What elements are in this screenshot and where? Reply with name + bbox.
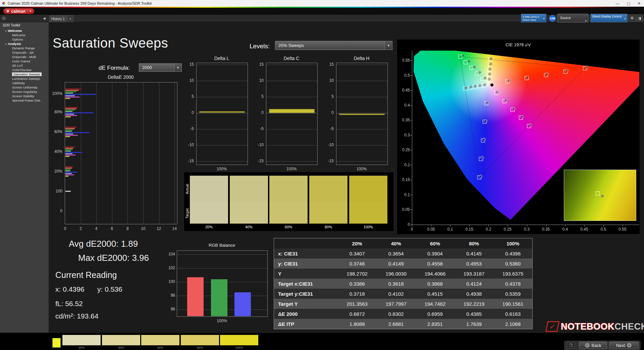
back-button[interactable]: ‹ Back (579, 342, 607, 349)
axis-tick (410, 105, 412, 106)
delta-l-xlabel: 100% (196, 167, 247, 171)
rgb-balance-chart: 1041021009896 (177, 250, 268, 317)
x-tick-label: 0.05 (424, 227, 438, 232)
table-cell: 0.4124 (454, 279, 493, 289)
x-tick-label: 0.4 (558, 227, 573, 232)
sidebar-item-screen-uniformity[interactable]: Screen Uniformity (0, 85, 49, 90)
chevron-down-icon: ▼ (624, 17, 626, 21)
deltae-bar (65, 128, 75, 129)
display-control-button[interactable]: Direct Display Control ▼ (590, 14, 628, 22)
axis-tick (410, 75, 412, 76)
sidebar-item-luminance-sweeps[interactable]: Luminance Sweeps (0, 76, 49, 81)
y-tick-label: 100 (164, 279, 175, 284)
sidebar-item-analysis[interactable]: ▾Analysis (0, 42, 49, 46)
table-row: ΔE ITP1.80882.66812.83511.76392.1088 (274, 319, 533, 329)
sidebar-item-spectral-power-dist[interactable]: Spectral Power Dist. (0, 98, 49, 103)
target-swatch (309, 202, 347, 224)
x-tick-label: 0.55 (615, 227, 630, 232)
axis-tick (410, 195, 412, 195)
sidebar-item-colorchecker[interactable]: ColorChecker (0, 68, 49, 72)
sidebar-item-color-gamut[interactable]: Color Gamut (0, 59, 49, 63)
page-title: Saturation Sweeps (53, 36, 168, 51)
table-row: Target x:CIE310.33860.36180.38680.41240.… (274, 279, 533, 289)
levels-dropdown[interactable]: 20% Sweeps ▼ (275, 41, 392, 50)
target-row-label: Target (185, 204, 189, 223)
bottom-patch-4[interactable] (181, 335, 219, 345)
y-tick-label: 0.25 (397, 148, 410, 152)
deltae-bar (65, 90, 79, 91)
target-swatch (190, 202, 228, 224)
actual-swatch (190, 176, 228, 202)
sidebar-item-welcome[interactable]: ▾Welcome (0, 28, 49, 33)
table-cell: 0.4102 (377, 289, 416, 299)
bottom-patch-1[interactable] (62, 335, 101, 345)
sidebar-item-grayscale-2pt[interactable]: Grayscale - 2pt (0, 50, 49, 55)
gridline (177, 254, 267, 255)
sidebar-pin-icon[interactable]: • (2, 16, 6, 20)
table-cell: 0.3654 (377, 248, 416, 258)
measured-point (507, 79, 511, 82)
target-swatch (230, 202, 268, 224)
table-cell: 0.8302 (377, 309, 416, 319)
sidebar-item-3d-lut[interactable]: 3D LUT (0, 63, 49, 68)
deltae-bar (65, 112, 94, 113)
window-layout-button[interactable]: ❐ (567, 342, 575, 348)
chevron-down-icon[interactable]: ▼ (385, 41, 392, 50)
sidebar-item-screen-stability[interactable]: Screen Stability (0, 94, 49, 98)
y-tick-label: 0.05 (397, 207, 410, 212)
source-button[interactable]: Source ▼ (557, 14, 588, 22)
notebookcheck-icon: ✓ (545, 321, 560, 332)
x-tick-label: 6 (107, 226, 117, 231)
table-cell: 193.6375 (493, 269, 532, 279)
table-col-header: 60% (416, 238, 454, 249)
deltae-bar (65, 97, 79, 98)
minimize-button[interactable]: — (615, 1, 619, 5)
sidebar-item-additivity[interactable]: Additivity (0, 81, 49, 85)
sidebar-item-options[interactable]: Options (0, 37, 49, 42)
deltae-bar (65, 115, 77, 116)
swatch-level-label: 100% (349, 225, 387, 229)
current-y: y: 0.536 (97, 285, 122, 293)
y-tick-label: 10 (182, 78, 194, 83)
notebookcheck-watermark: ✓ NOTEBOOKCHECK (546, 321, 644, 332)
table-cell: 0.3618 (377, 279, 416, 289)
table-row-label: y: CIE31 (274, 258, 338, 269)
next-button[interactable]: Next › (609, 342, 639, 349)
maximize-button[interactable]: ▢ (627, 1, 630, 6)
chevron-down-icon[interactable]: ▼ (174, 64, 181, 71)
bottom-patch-3[interactable] (141, 335, 179, 345)
x-tick-label: 0.45 (577, 227, 592, 232)
de-formula-dropdown[interactable]: 2000 ▼ (139, 63, 182, 72)
sidebar-item-dynamic-range[interactable]: Dynamic Range (0, 46, 49, 50)
deltae-bar (65, 153, 72, 154)
delta-h-xlabel: 100% (336, 167, 387, 171)
add-tab-button[interactable]: + (67, 15, 73, 22)
table-row-label: ΔE 2000 (274, 309, 338, 319)
chevron-down-icon: ▾ (27, 10, 31, 13)
rgb-bar-blue (234, 292, 251, 316)
meter-count-badge: 238 (549, 15, 556, 22)
sidebar-item-grayscale-multi[interactable]: Grayscale - Multi (0, 55, 49, 59)
close-button[interactable]: ✕ (638, 1, 641, 6)
table-cell: 0.4396 (493, 248, 532, 258)
table-cell: 2.6681 (377, 319, 416, 329)
measured-point (467, 60, 471, 63)
bottom-patch-5[interactable] (220, 335, 258, 345)
sidebar-item-label: Luminance Sweeps (12, 77, 40, 80)
deltae-bar (65, 114, 74, 115)
bottom-patch-2[interactable] (102, 335, 140, 345)
y-tick-label: -15 (252, 159, 264, 163)
meter-button[interactable]: X-Rite i1Pro 2 Direct View ▼ (521, 14, 546, 22)
deltae-bar (65, 108, 76, 109)
sidebar-collapse-icon[interactable]: ◀ (43, 16, 46, 21)
sidebar-item-screen-angularity[interactable]: Screen Angularity (0, 90, 49, 94)
gridline (197, 161, 248, 162)
y-tick-label: 0.2 (397, 163, 410, 167)
settings-gear-button[interactable]: ⚙ (629, 14, 636, 22)
calman-menu-button[interactable]: ⚙ calman ▾ (3, 8, 34, 14)
panel-toggle-button[interactable]: ◨ (636, 14, 643, 22)
tab-history-1[interactable]: History 1 (49, 15, 67, 22)
watermark-check: CHECK (614, 322, 644, 332)
sidebar-item-welcome[interactable]: Welcome (0, 33, 49, 37)
sidebar-item-saturation-sweeps[interactable]: Saturation Sweeps (0, 72, 49, 76)
